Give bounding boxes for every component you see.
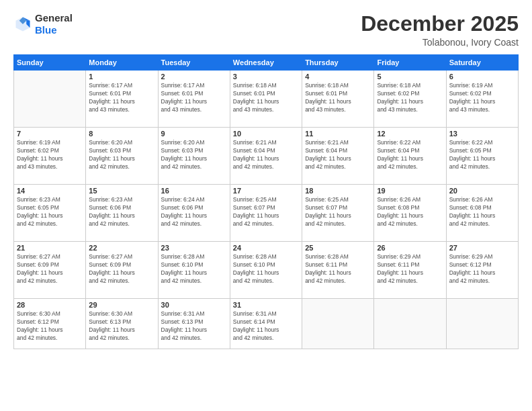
day-detail: Sunrise: 6:17 AM Sunset: 6:01 PM Dayligh… — [89, 82, 154, 114]
day-detail: Sunrise: 6:21 AM Sunset: 6:04 PM Dayligh… — [233, 139, 299, 171]
day-detail: Sunrise: 6:18 AM Sunset: 6:01 PM Dayligh… — [233, 82, 299, 114]
calendar: Sunday Monday Tuesday Wednesday Thursday… — [13, 54, 519, 349]
logo-text: General Blue — [35, 12, 73, 36]
header-sunday: Sunday — [14, 55, 86, 71]
day-detail: Sunrise: 6:22 AM Sunset: 6:05 PM Dayligh… — [449, 139, 515, 171]
day-detail: Sunrise: 6:26 AM Sunset: 6:08 PM Dayligh… — [449, 196, 515, 228]
table-row: 14Sunrise: 6:23 AM Sunset: 6:05 PM Dayli… — [14, 185, 86, 242]
day-detail: Sunrise: 6:19 AM Sunset: 6:02 PM Dayligh… — [449, 82, 515, 114]
day-detail: Sunrise: 6:29 AM Sunset: 6:12 PM Dayligh… — [449, 253, 515, 285]
day-number: 19 — [377, 187, 443, 195]
table-row: 6Sunrise: 6:19 AM Sunset: 6:02 PM Daylig… — [446, 71, 518, 128]
day-detail: Sunrise: 6:23 AM Sunset: 6:06 PM Dayligh… — [89, 196, 154, 228]
table-row: 19Sunrise: 6:26 AM Sunset: 6:08 PM Dayli… — [374, 185, 446, 242]
calendar-week-5: 28Sunrise: 6:30 AM Sunset: 6:12 PM Dayli… — [14, 299, 519, 349]
header-saturday: Saturday — [446, 55, 518, 71]
header-friday: Friday — [374, 55, 446, 71]
day-number: 10 — [233, 130, 299, 138]
table-row — [302, 299, 374, 349]
day-detail: Sunrise: 6:25 AM Sunset: 6:07 PM Dayligh… — [305, 196, 371, 228]
day-detail: Sunrise: 6:30 AM Sunset: 6:12 PM Dayligh… — [17, 310, 83, 342]
table-row: 3Sunrise: 6:18 AM Sunset: 6:01 PM Daylig… — [230, 71, 302, 128]
day-number: 23 — [161, 244, 227, 252]
day-number: 20 — [449, 187, 515, 195]
table-row: 24Sunrise: 6:28 AM Sunset: 6:10 PM Dayli… — [230, 242, 302, 299]
table-row: 7Sunrise: 6:19 AM Sunset: 6:02 PM Daylig… — [14, 128, 86, 185]
table-row: 5Sunrise: 6:18 AM Sunset: 6:02 PM Daylig… — [374, 71, 446, 128]
table-row: 12Sunrise: 6:22 AM Sunset: 6:04 PM Dayli… — [374, 128, 446, 185]
table-row: 31Sunrise: 6:31 AM Sunset: 6:14 PM Dayli… — [230, 299, 302, 349]
day-number: 15 — [89, 187, 154, 195]
day-detail: Sunrise: 6:27 AM Sunset: 6:09 PM Dayligh… — [17, 253, 83, 285]
table-row: 11Sunrise: 6:21 AM Sunset: 6:04 PM Dayli… — [302, 128, 374, 185]
day-number: 14 — [17, 187, 83, 195]
day-number: 17 — [233, 187, 299, 195]
table-row: 29Sunrise: 6:30 AM Sunset: 6:13 PM Dayli… — [86, 299, 158, 349]
day-number: 31 — [233, 301, 299, 309]
day-detail: Sunrise: 6:30 AM Sunset: 6:13 PM Dayligh… — [89, 310, 154, 342]
logo-blue: Blue — [35, 24, 73, 36]
day-number: 25 — [305, 244, 371, 252]
header-monday: Monday — [86, 55, 158, 71]
header: General Blue December 2025 Tolabonou, Iv… — [13, 12, 519, 48]
day-number: 28 — [17, 301, 83, 309]
calendar-week-1: 1Sunrise: 6:17 AM Sunset: 6:01 PM Daylig… — [14, 71, 519, 128]
title-block: December 2025 Tolabonou, Ivory Coast — [361, 12, 519, 48]
table-row: 16Sunrise: 6:24 AM Sunset: 6:06 PM Dayli… — [158, 185, 230, 242]
header-wednesday: Wednesday — [230, 55, 302, 71]
table-row: 1Sunrise: 6:17 AM Sunset: 6:01 PM Daylig… — [86, 71, 158, 128]
day-detail: Sunrise: 6:28 AM Sunset: 6:10 PM Dayligh… — [161, 253, 227, 285]
day-number: 24 — [233, 244, 299, 252]
day-number: 29 — [89, 301, 154, 309]
table-row — [374, 299, 446, 349]
day-detail: Sunrise: 6:23 AM Sunset: 6:05 PM Dayligh… — [17, 196, 83, 228]
table-row: 2Sunrise: 6:17 AM Sunset: 6:01 PM Daylig… — [158, 71, 230, 128]
table-row: 13Sunrise: 6:22 AM Sunset: 6:05 PM Dayli… — [446, 128, 518, 185]
table-row: 23Sunrise: 6:28 AM Sunset: 6:10 PM Dayli… — [158, 242, 230, 299]
day-detail: Sunrise: 6:21 AM Sunset: 6:04 PM Dayligh… — [305, 139, 371, 171]
day-number: 4 — [305, 73, 371, 81]
day-number: 1 — [89, 73, 154, 81]
day-number: 22 — [89, 244, 154, 252]
table-row — [446, 299, 518, 349]
day-number: 21 — [17, 244, 83, 252]
logo-icon — [13, 15, 32, 34]
day-number: 18 — [305, 187, 371, 195]
table-row: 4Sunrise: 6:18 AM Sunset: 6:01 PM Daylig… — [302, 71, 374, 128]
table-row: 22Sunrise: 6:27 AM Sunset: 6:09 PM Dayli… — [86, 242, 158, 299]
day-detail: Sunrise: 6:20 AM Sunset: 6:03 PM Dayligh… — [161, 139, 227, 171]
day-detail: Sunrise: 6:29 AM Sunset: 6:11 PM Dayligh… — [377, 253, 443, 285]
day-detail: Sunrise: 6:28 AM Sunset: 6:11 PM Dayligh… — [305, 253, 371, 285]
table-row: 18Sunrise: 6:25 AM Sunset: 6:07 PM Dayli… — [302, 185, 374, 242]
logo: General Blue — [13, 12, 73, 36]
day-number: 30 — [161, 301, 227, 309]
page: General Blue December 2025 Tolabonou, Iv… — [0, 0, 532, 411]
day-number: 12 — [377, 130, 443, 138]
table-row: 20Sunrise: 6:26 AM Sunset: 6:08 PM Dayli… — [446, 185, 518, 242]
day-detail: Sunrise: 6:18 AM Sunset: 6:01 PM Dayligh… — [305, 82, 371, 114]
day-detail: Sunrise: 6:25 AM Sunset: 6:07 PM Dayligh… — [233, 196, 299, 228]
logo-general: General — [35, 12, 73, 24]
day-number: 7 — [17, 130, 83, 138]
table-row: 27Sunrise: 6:29 AM Sunset: 6:12 PM Dayli… — [446, 242, 518, 299]
table-row: 15Sunrise: 6:23 AM Sunset: 6:06 PM Dayli… — [86, 185, 158, 242]
subtitle: Tolabonou, Ivory Coast — [361, 37, 519, 48]
table-row: 30Sunrise: 6:31 AM Sunset: 6:13 PM Dayli… — [158, 299, 230, 349]
header-thursday: Thursday — [302, 55, 374, 71]
day-number: 16 — [161, 187, 227, 195]
day-number: 9 — [161, 130, 227, 138]
day-detail: Sunrise: 6:31 AM Sunset: 6:13 PM Dayligh… — [161, 310, 227, 342]
day-number: 2 — [161, 73, 227, 81]
table-row: 10Sunrise: 6:21 AM Sunset: 6:04 PM Dayli… — [230, 128, 302, 185]
weekday-header-row: Sunday Monday Tuesday Wednesday Thursday… — [14, 55, 519, 71]
header-tuesday: Tuesday — [158, 55, 230, 71]
day-detail: Sunrise: 6:19 AM Sunset: 6:02 PM Dayligh… — [17, 139, 83, 171]
calendar-week-2: 7Sunrise: 6:19 AM Sunset: 6:02 PM Daylig… — [14, 128, 519, 185]
table-row: 25Sunrise: 6:28 AM Sunset: 6:11 PM Dayli… — [302, 242, 374, 299]
day-detail: Sunrise: 6:31 AM Sunset: 6:14 PM Dayligh… — [233, 310, 299, 342]
day-number: 26 — [377, 244, 443, 252]
table-row — [14, 71, 86, 128]
day-number: 13 — [449, 130, 515, 138]
table-row: 8Sunrise: 6:20 AM Sunset: 6:03 PM Daylig… — [86, 128, 158, 185]
table-row: 28Sunrise: 6:30 AM Sunset: 6:12 PM Dayli… — [14, 299, 86, 349]
